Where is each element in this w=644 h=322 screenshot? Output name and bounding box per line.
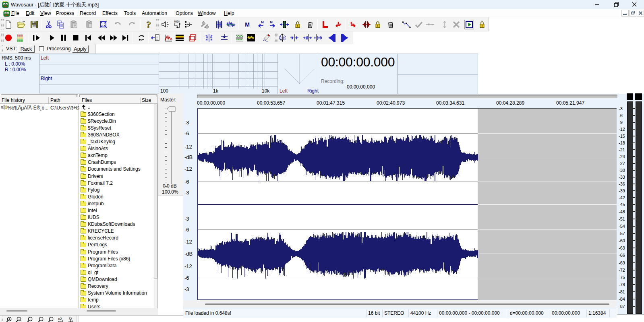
svg-text:x2: x2 (58, 317, 62, 321)
